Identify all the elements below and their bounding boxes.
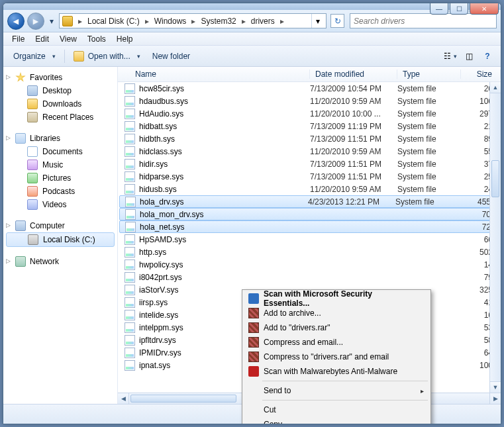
sidebar-item-podcasts[interactable]: Podcasts <box>3 185 117 198</box>
ctx-copy[interactable]: Copy <box>244 417 429 424</box>
file-name: http.sys <box>139 248 310 257</box>
sys-file-icon <box>125 159 135 169</box>
minimize-button[interactable]: — <box>430 3 448 15</box>
column-date[interactable]: Date modified <box>310 70 397 79</box>
sidebar-item-recent[interactable]: Recent Places <box>3 111 117 124</box>
maximize-button[interactable]: ☐ <box>450 3 468 15</box>
breadcrumb-segment[interactable]: Local Disk (C:) <box>87 17 140 26</box>
file-type: System file <box>397 97 461 106</box>
column-headers: Name Date modified Type Size <box>118 67 501 82</box>
ctx-add-to-rar[interactable]: Add to "drivers.rar" <box>244 320 429 335</box>
ctx-scan-mbam[interactable]: Scan with Malwarebytes Anti-Malware <box>244 364 429 379</box>
file-type: System file <box>397 160 461 169</box>
file-row[interactable]: hidclass.sys11/20/2010 9:59 AMSystem fil… <box>118 145 501 158</box>
file-row[interactable]: hidbth.sys7/13/2009 11:51 PMSystem file8… <box>118 132 501 145</box>
ctx-compress-to-email[interactable]: Compress to "drivers.rar" and email <box>244 350 429 364</box>
menu-view[interactable]: View <box>55 33 81 45</box>
ctx-cut[interactable]: Cut <box>244 403 429 417</box>
nav-back-button[interactable]: ◄ <box>7 13 25 30</box>
ctx-add-archive[interactable]: Add to archive... <box>244 306 429 320</box>
organize-button[interactable]: Organize <box>7 49 62 64</box>
folder-icon <box>27 99 38 109</box>
breadcrumb-segment[interactable]: drivers <box>251 17 275 26</box>
open-with-button[interactable]: Open with... <box>68 48 146 64</box>
column-type[interactable]: Type <box>397 70 461 79</box>
sys-file-icon <box>125 285 135 295</box>
file-row[interactable]: hcw85cir.sys7/13/2009 10:54 PMSystem fil… <box>118 82 501 95</box>
file-row[interactable]: hola_net.sys72 <box>119 220 499 233</box>
scroll-thumb[interactable] <box>491 160 499 197</box>
file-date: 7/13/2009 11:51 PM <box>310 172 397 181</box>
sidebar-group-computer[interactable]: ▷Computer <box>3 219 117 232</box>
column-size[interactable]: Size <box>461 70 501 79</box>
close-button[interactable]: ✕ <box>470 3 499 15</box>
menu-file[interactable]: File <box>7 33 29 45</box>
desktop-icon <box>27 85 38 96</box>
sidebar-item-downloads[interactable]: Downloads <box>3 97 117 111</box>
sidebar-item-pictures[interactable]: Pictures <box>3 171 117 185</box>
file-type: System file <box>397 147 461 156</box>
scroll-down-button[interactable]: ▼ <box>490 381 501 393</box>
column-name[interactable]: Name <box>118 70 310 79</box>
sidebar-item-music[interactable]: Music <box>3 158 117 171</box>
file-row[interactable]: hwpolicy.sys14 <box>118 258 501 271</box>
scroll-up-button[interactable]: ▲ <box>490 82 501 93</box>
pictures-icon <box>27 173 38 183</box>
sidebar-item-desktop[interactable]: Desktop <box>3 84 117 97</box>
file-row[interactable]: hidbatt.sys7/13/2009 11:19 PMSystem file… <box>118 120 501 132</box>
file-row[interactable]: hola_drv.sys4/23/2013 12:21 PMSystem fil… <box>119 195 499 208</box>
file-name: hidbatt.sys <box>139 122 310 131</box>
file-name: hola_net.sys <box>140 222 308 232</box>
file-row[interactable]: hidir.sys7/13/2009 11:51 PMSystem file37 <box>118 158 501 170</box>
new-folder-button[interactable]: New folder <box>146 49 196 64</box>
file-row[interactable]: http.sys502 <box>118 246 501 258</box>
sidebar-group-network[interactable]: ▷Network <box>3 255 117 268</box>
file-name: HpSAMD.sys <box>139 235 310 244</box>
address-dropdown[interactable]: ▾ <box>311 14 323 28</box>
sidebar-group-favorites[interactable]: ▷Favorites <box>3 71 117 84</box>
help-button[interactable]: ? <box>478 49 497 64</box>
archive-icon <box>248 308 259 318</box>
file-name: hidparse.sys <box>139 172 310 181</box>
sidebar-item-documents[interactable]: Documents <box>3 145 117 158</box>
file-row[interactable]: i8042prt.sys79 <box>118 271 501 283</box>
menu-bar: File Edit View Tools Help <box>3 32 501 46</box>
file-row[interactable]: hola_mon_drv.sys70 <box>119 208 499 220</box>
sys-file-icon <box>125 335 135 346</box>
file-row[interactable]: hidparse.sys7/13/2009 11:51 PMSystem fil… <box>118 170 501 183</box>
view-options-button[interactable]: ☷ <box>441 49 460 64</box>
sidebar-item-videos[interactable]: Videos <box>3 198 117 211</box>
preview-pane-button[interactable]: ◫ <box>460 49 478 64</box>
sidebar-item-local-disk[interactable]: Local Disk (C:) <box>6 232 115 247</box>
vertical-scrollbar[interactable]: ▲ ▼ <box>489 82 501 393</box>
menu-edit[interactable]: Edit <box>30 33 54 45</box>
library-icon <box>15 133 26 144</box>
menu-tools[interactable]: Tools <box>83 33 111 45</box>
sidebar-group-libraries[interactable]: ▷Libraries <box>3 132 117 145</box>
hscroll-thumb[interactable] <box>130 395 236 403</box>
scroll-right-button[interactable]: ▶ <box>489 393 501 404</box>
breadcrumb-segment[interactable]: System32 <box>201 17 236 26</box>
archive-icon <box>248 352 259 362</box>
file-row[interactable]: HdAudio.sys11/20/2010 10:00 ...System fi… <box>118 107 501 120</box>
file-row[interactable]: hdaudbus.sys11/20/2010 9:59 AMSystem fil… <box>118 95 501 107</box>
sys-file-icon <box>125 184 135 195</box>
ctx-scan-mse[interactable]: Scan with Microsoft Security Essentials.… <box>244 291 429 306</box>
file-type: System file <box>397 172 461 181</box>
breadcrumb-segment[interactable]: Windows <box>154 17 187 26</box>
scroll-left-button[interactable]: ◀ <box>118 393 129 404</box>
search-box[interactable] <box>350 13 497 28</box>
ctx-compress-email[interactable]: Compress and email... <box>244 335 429 350</box>
menu-help[interactable]: Help <box>112 33 138 45</box>
ctx-send-to[interactable]: Send to <box>244 383 429 398</box>
sys-file-icon <box>125 297 135 308</box>
nav-history-dropdown[interactable]: ▾ <box>47 13 56 29</box>
search-input[interactable] <box>354 17 493 26</box>
nav-forward-button[interactable]: ► <box>27 13 44 30</box>
file-row[interactable]: hidusb.sys11/20/2010 9:59 AMSystem file2… <box>118 183 501 195</box>
address-bar[interactable]: ▸ Local Disk (C:) ▸ Windows ▸ System32 ▸… <box>59 13 327 28</box>
refresh-button[interactable]: ↻ <box>330 14 344 28</box>
file-row[interactable]: HpSAMD.sys66 <box>118 233 501 246</box>
archive-icon <box>248 322 259 333</box>
sys-file-icon <box>125 134 135 144</box>
